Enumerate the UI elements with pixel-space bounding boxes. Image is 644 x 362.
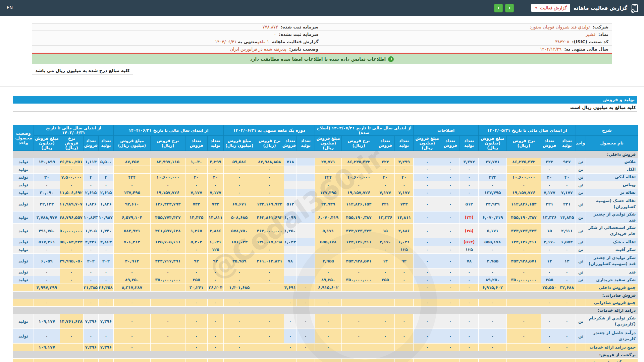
column-header: نرخ فروش (ریال): [342, 136, 376, 151]
value-cell: ۳,۳۳۶: [84, 238, 99, 246]
value-cell: ۰: [224, 314, 255, 329]
value-cell: ۵۰۸,۶۸۵: [224, 212, 255, 224]
unit-cell: تن: [576, 329, 586, 344]
company-info-table: شرکت: توليدي قند شيروان قوچان بجنورد سرم…: [32, 23, 612, 53]
value-cell: ۱۴,۸۱۱: [208, 212, 224, 224]
value-cell: ۲۹,۹۹۵,۰۵۰: [60, 254, 84, 268]
value-cell: ۶۷,۶۷۱: [224, 197, 255, 212]
next-report-button[interactable]: ›: [505, 4, 514, 12]
section-label: برگشت از فروش:: [13, 351, 638, 359]
column-group-header: اصلاحات: [414, 125, 479, 136]
value-cell: ۰: [395, 329, 414, 344]
value-cell: ۰: [414, 174, 441, 181]
table-row: شکر تولیدي از چغندر قند (سهمیه کشاورزان)…: [13, 254, 638, 268]
value-cell: ۰: [414, 359, 441, 362]
value-cell: [60, 344, 84, 351]
status-cell: تولید: [13, 314, 34, 329]
issuer-status-label: وضعیت ناشر:: [289, 47, 318, 52]
ticker-cell: نماد: قشیر: [322, 31, 612, 38]
value-cell: ۷,۱۷۷: [541, 189, 558, 197]
value-cell: ۰: [297, 344, 315, 351]
value-cell: ۰: [441, 197, 460, 212]
value-cell: ۳۴۸,۷۹۶,۵۵۷: [60, 212, 84, 224]
table-row: قندتن۰۰۰۰۰۰۰۰۰۰۰۰۰۰۰۰۰۰۰۰۰تولید: [13, 268, 638, 276]
value-cell: ۰: [84, 299, 99, 307]
value-cell: ۰: [342, 181, 376, 189]
page-title: گزارش فعالیت ماهانه: [574, 5, 627, 11]
value-cell: ۳۵۰,۰۰۰,۰۰۰: [342, 276, 376, 284]
value-cell: ۶,۰۴۱: [395, 238, 414, 246]
column-group-header: از ابتدای سال مالی تا تاریخ ۱۴۰۳/۰۶/۳۱: [34, 125, 114, 136]
value-cell: ۰: [34, 359, 60, 362]
horizontal-divider: [0, 86, 644, 87]
value-cell: ۰: [224, 329, 255, 344]
unit-cell: [576, 299, 586, 307]
value-cell: ۰: [185, 344, 208, 351]
previous-report-button[interactable]: ‹: [494, 4, 503, 12]
unit-cell: تن: [576, 181, 586, 189]
value-cell: ۴۹۱,۷۵۰: [34, 224, 60, 238]
value-cell: ۰: [60, 329, 84, 344]
isic-value: ۳۸۴۲۰۵: [555, 39, 571, 44]
value-cell: ۰: [99, 246, 114, 254]
value-cell: [284, 174, 297, 181]
value-cell: ۶,۰۷۰,۴۱۹: [479, 212, 507, 224]
value-cell: ۱,۰۹۹: [284, 212, 297, 224]
value-cell: ۱۴: [558, 254, 576, 268]
value-cell: ۰: [414, 224, 441, 238]
value-cell: ۰: [60, 268, 84, 276]
product-name-cell: تفاله خشک (سهمیه کشاورزان): [586, 197, 638, 212]
value-cell: ۰: [441, 299, 460, 307]
value-cell: ۰: [558, 181, 576, 189]
value-cell: ۰: [414, 166, 441, 174]
value-cell: ۰: [224, 189, 255, 197]
value-cell: ۰: [84, 276, 99, 284]
chevron-left-icon: ‹: [497, 5, 499, 10]
info-row: نماد: قشیر سرمایه ثبت نشده: ۰: [32, 31, 612, 38]
value-cell: ۵,۵۰۰: [99, 158, 114, 166]
value-cell: ۴,۶۹۱: [284, 284, 297, 292]
value-cell: ۴۰: [395, 174, 414, 181]
amounts-note-box: کلیه مبالغ درج شده به میلیون ریال می باش…: [32, 67, 133, 74]
signature-match-banner: i اطلاعات نمایش داده شده با اطلاعات امضا…: [32, 54, 612, 64]
value-cell: [284, 276, 297, 284]
value-cell: [255, 359, 284, 362]
value-cell: ۰: [284, 329, 297, 344]
value-cell: ۱,۸۴۶: [99, 197, 114, 212]
value-cell: ۰: [60, 276, 84, 284]
value-cell: ۰: [185, 314, 208, 329]
value-cell: [297, 174, 315, 181]
value-cell: ۰: [208, 344, 224, 351]
value-cell: ۰: [441, 276, 460, 284]
report-type-dropdown[interactable]: گزارش فعالیت ▼: [531, 4, 570, 12]
value-cell: ۱۲۶,۴۸۰,۲۵۱: [60, 158, 84, 166]
value-cell: [297, 224, 315, 238]
value-cell: ۰: [441, 224, 460, 238]
value-cell: ۱۰۹,۱۷۷: [34, 314, 60, 329]
value-cell: ۰: [541, 246, 558, 254]
value-cell: ۰: [395, 314, 414, 329]
value-cell: ۰: [151, 268, 185, 276]
value-cell: ۱,۸۴۶: [84, 197, 99, 212]
value-cell: ۰: [208, 268, 224, 276]
value-cell: ۰: [507, 329, 541, 344]
value-cell: ۲۵,۵۵۰: [541, 284, 558, 292]
value-cell: [507, 344, 541, 351]
registered-capital-cell: سرمایه ثبت شده: ۷۷۸,۸۷۲: [32, 23, 322, 31]
unit-cell: تن: [576, 276, 586, 284]
value-cell: ۴۰: [376, 174, 395, 181]
column-header: نام محصول: [586, 136, 638, 151]
value-cell: ۵,۲۰۴: [185, 238, 208, 246]
status-cell: تولید: [13, 246, 34, 254]
value-cell: ۰: [60, 246, 84, 254]
value-cell: ۰: [99, 299, 114, 307]
value-cell: ۰: [460, 284, 479, 292]
value-cell: [297, 254, 315, 268]
value-cell: ۴: [84, 174, 99, 181]
value-cell: ۰: [224, 246, 255, 254]
value-cell: ۰: [414, 238, 441, 246]
value-cell: [151, 344, 185, 351]
report-period-label: گزارش فعالیت ماهانه: [272, 39, 319, 44]
value-cell: [284, 166, 297, 174]
language-switch-en[interactable]: EN: [7, 5, 13, 10]
